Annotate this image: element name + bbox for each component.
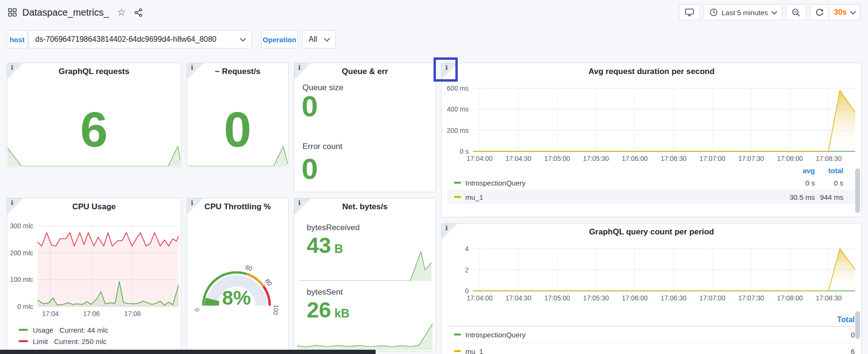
panel-cpu-usage: i CPU Usage 17:0417:0617:08300 mlc200 ml… [7,198,181,352]
legend-row-mu-1[interactable]: mu_1 6 [447,343,855,354]
refresh-icon [815,8,824,17]
refresh-button[interactable] [811,5,829,20]
host-filter-value: ds-7069647198643814402-64dc9699d4-h8w64_… [35,35,217,44]
x-axis-tick: 17:06:30 [660,294,687,302]
series-current-value: Current: 250 mlc [54,337,107,345]
panel-info-icon[interactable]: i [442,224,458,240]
x-axis-tick: 17:06:30 [660,155,687,162]
x-axis-tick: 17:04:00 [467,155,493,162]
annotation-highlight-box [434,57,458,82]
bottom-edge-strip [0,350,376,354]
x-axis-tick: 17:04:30 [505,294,531,302]
zoom-out-button[interactable] [786,4,806,20]
y-axis-tick: 200 mlc [10,249,33,257]
legend-col-total[interactable]: total [815,167,855,175]
refresh-interval-dropdown[interactable]: 30s [829,5,860,20]
legend-row-usage[interactable]: Usage Current: 44 mlc [19,325,108,335]
series-avg-value: 0 s [775,179,815,187]
x-axis-tick: 17:05:30 [583,155,609,162]
x-axis-tick: 17:06:00 [622,155,648,162]
series-avg-value: 30.5 ms [775,193,815,201]
panel-info-icon[interactable]: i [7,63,23,79]
operation-filter-value: All [309,35,317,44]
dashboard-header: Dataspace_metrics_ ☆ [8,0,143,25]
bytes-sent-label: bytesSent [307,288,343,297]
legend-scrollbar[interactable] [855,311,860,339]
x-axis-tick: 17:08:00 [777,294,803,302]
tv-mode-button[interactable] [679,4,700,20]
svg-text:80: 80 [264,278,274,288]
x-axis-tick: 17:08:00 [777,155,803,162]
x-axis-tick: 17:08:30 [816,294,842,302]
x-axis-tick: 17:07:00 [699,155,726,162]
error-count-value: 0 [302,153,318,185]
series-name: Usage [33,326,53,334]
panel-net-bytes: i Net. bytes/s bytesReceived 43 B bytesS… [294,198,436,352]
svg-text:0: 0 [193,307,201,312]
series-name: mu_1 [465,347,483,354]
refresh-interval-label: 30s [834,8,847,17]
panel-title[interactable]: Queue & err [294,67,435,76]
svg-text:60: 60 [245,263,253,272]
x-axis-tick: 17:05:00 [544,294,570,302]
x-axis-tick: 17:04:00 [467,294,493,302]
y-axis-tick: 400 ms [447,105,469,113]
panel-info-icon[interactable]: i [7,198,23,214]
refresh-controls: 30s [810,4,860,20]
legend-row-introspectionquery[interactable]: IntrospectionQuery 0 s 0 s [447,176,855,190]
series-total-value: 944 ms [815,193,855,201]
x-axis-tick: 17:05:30 [583,294,609,302]
chart-canvas [8,146,180,166]
x-axis-tick: 17:06:00 [622,294,648,302]
x-axis-tick: 17:07:30 [738,294,764,302]
series-swatch-red [19,340,28,342]
y-axis-tick: 4 [465,245,469,252]
panel-info-icon[interactable]: i [294,198,311,214]
panel-title[interactable]: GraphQL requests [7,67,181,76]
x-axis-tick: 17:07:30 [738,155,764,162]
y-axis-tick: 0 mlc [18,303,33,310]
sparkline [298,252,432,281]
legend-col-avg[interactable]: avg [775,167,815,175]
panel-title[interactable]: CPU Usage [7,202,181,212]
panel-title[interactable]: Net. bytes/s [294,202,435,212]
series-name: IntrospectionQuery [465,179,526,187]
panel-avg-duration: i Avg request duration per second 17:04:… [441,63,862,217]
y-axis-tick: 300 mlc [10,222,33,230]
header-toolbar: Last 5 minutes 30s [679,4,860,20]
series-name: Limit [33,337,48,345]
zoom-out-icon [792,8,801,17]
y-axis-tick: 0 s [460,148,469,155]
chart-canvas [298,252,432,281]
panel-info-icon[interactable]: i [187,198,203,214]
host-filter-dropdown[interactable]: ds-7069647198643814402-64dc9699d4-h8w64_… [28,30,252,48]
panel-title[interactable]: Avg request duration per second [442,67,861,76]
panel-title[interactable]: GraphQL query count per period [442,227,861,237]
dashboard-grid-icon[interactable] [8,8,17,17]
clock-icon [709,8,718,17]
legend-row-mu-1[interactable]: mu_1 30.5 ms 944 ms [447,190,855,204]
avg-duration-legend: avg total IntrospectionQuery 0 s 0 s mu_… [447,165,855,204]
time-range-picker[interactable]: Last 5 minutes [704,4,783,20]
legend-row-introspectionquery[interactable]: IntrospectionQuery 0 [447,326,855,343]
chevron-down-icon [850,9,856,15]
bytes-sent-unit: kB [334,307,349,320]
share-icon[interactable] [134,8,143,17]
legend-scrollbar[interactable] [855,168,860,213]
legend-col-total[interactable]: Total [447,314,855,326]
operation-filter-dropdown[interactable]: All [302,30,336,48]
operation-filter-label: Operation [261,30,298,48]
chart-canvas [188,146,288,166]
panel-info-icon[interactable]: i [187,63,203,79]
bytes-received-label: bytesReceived [307,223,360,233]
legend-row-limit[interactable]: Limit Current: 250 mlc [19,336,107,346]
dashboard-title[interactable]: Dataspace_metrics_ [22,7,109,18]
x-axis-tick: 17:07:00 [699,294,726,302]
queue-size-value: 0 [302,91,318,122]
series-swatch-yellow [454,350,461,352]
series-swatch-green [454,182,461,184]
cpu-throttling-gauge[interactable]: 060801008% [187,248,288,350]
panel-info-icon[interactable]: i [294,63,311,79]
legend-header: avg total [447,165,855,176]
star-icon[interactable]: ☆ [117,7,126,18]
